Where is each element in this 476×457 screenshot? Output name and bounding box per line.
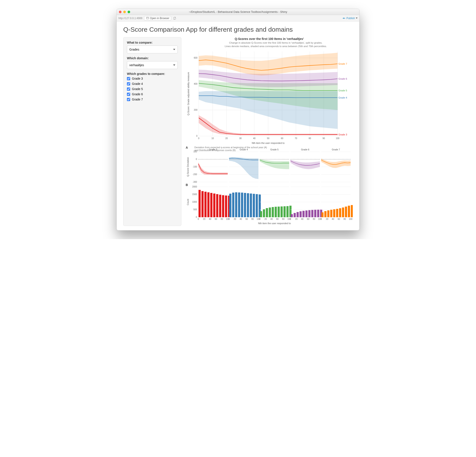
svg-rect-119 <box>278 207 280 217</box>
svg-text:20: 20 <box>295 218 298 220</box>
url-field[interactable]: http://127.0.0.1:4989 <box>119 17 142 20</box>
svg-text:Count: Count <box>187 199 189 205</box>
chevron-down-icon <box>356 17 357 19</box>
svg-rect-174 <box>330 210 332 217</box>
svg-rect-179 <box>345 207 347 217</box>
domain-label: Which domain: <box>127 56 178 60</box>
svg-text:100: 100 <box>336 137 340 139</box>
svg-text:Nth item the user responded to: Nth item the user responded to <box>258 222 291 224</box>
grade-checkbox[interactable]: Grade 5 <box>127 87 178 91</box>
svg-text:600: 600 <box>194 57 197 59</box>
svg-text:Q-Score Deviation: Q-Score Deviation <box>187 157 189 177</box>
compare-value: Grades <box>129 48 139 51</box>
publish-icon <box>342 17 346 20</box>
svg-text:20: 20 <box>234 218 236 220</box>
page-title: Q-Score Comparison App for different gra… <box>123 26 353 33</box>
svg-text:50: 50 <box>267 137 270 139</box>
svg-text:0: 0 <box>290 218 291 220</box>
checkbox-input[interactable] <box>127 77 130 80</box>
domain-select[interactable]: verhaaltjes <box>127 61 178 69</box>
toolbar: http://127.0.0.1:4989 Open in Browser Pu… <box>117 15 359 21</box>
svg-text:-100: -100 <box>193 165 197 168</box>
svg-rect-85 <box>232 193 234 217</box>
svg-text:0: 0 <box>196 216 197 218</box>
svg-text:-300: -300 <box>193 181 197 183</box>
svg-text:1000: 1000 <box>192 201 197 203</box>
grade-checkbox[interactable]: Grade 4 <box>127 82 178 86</box>
svg-text:Grade 4: Grade 4 <box>339 96 347 99</box>
svg-point-2 <box>343 17 344 19</box>
svg-rect-86 <box>235 192 237 217</box>
chart1-subtitle: Change in absolute Q-Scores over the fir… <box>199 41 353 48</box>
compare-label: What to compare: <box>127 41 178 44</box>
page-content: Q-Score Comparison App for different gra… <box>117 21 359 230</box>
svg-text:40: 40 <box>301 218 304 220</box>
svg-rect-142 <box>291 214 293 217</box>
svg-rect-122 <box>286 206 289 217</box>
chevron-down-icon <box>173 49 175 50</box>
publish-button[interactable]: Publish <box>342 17 357 20</box>
svg-rect-88 <box>241 193 243 217</box>
svg-text:80: 80 <box>251 218 254 220</box>
svg-text:Grade 3: Grade 3 <box>339 133 347 136</box>
svg-text:40: 40 <box>270 218 273 220</box>
svg-rect-143 <box>294 213 296 217</box>
svg-text:Grade 4: Grade 4 <box>239 148 248 151</box>
checkbox-input[interactable] <box>127 93 130 96</box>
svg-rect-118 <box>275 207 277 217</box>
svg-text:0: 0 <box>229 218 230 220</box>
svg-rect-173 <box>327 210 330 217</box>
svg-text:Q-Score: Grade adjusted abilit: Q-Score: Grade adjusted ability measure <box>187 72 190 115</box>
svg-rect-176 <box>336 209 338 217</box>
svg-text:400: 400 <box>194 83 197 85</box>
svg-rect-147 <box>306 210 308 217</box>
svg-rect-144 <box>297 212 299 217</box>
svg-rect-62 <box>219 195 221 217</box>
svg-text:60: 60 <box>215 218 217 220</box>
svg-text:80: 80 <box>221 218 223 220</box>
grade-checkbox[interactable]: Grade 3 <box>127 77 178 80</box>
publish-label: Publish <box>347 17 355 20</box>
svg-rect-91 <box>250 194 252 217</box>
svg-text:Deviation from expected q-scor: Deviation from expected q-scores at begi… <box>194 146 267 149</box>
grades-label: Which grades to compare: <box>127 72 178 76</box>
svg-rect-178 <box>342 207 344 217</box>
checkbox-input[interactable] <box>127 87 130 91</box>
svg-text:Grade 5: Grade 5 <box>339 89 347 92</box>
svg-text:Grade 6: Grade 6 <box>301 148 309 151</box>
svg-text:60: 60 <box>276 218 279 220</box>
svg-text:80: 80 <box>313 218 315 220</box>
svg-text:80: 80 <box>343 218 346 220</box>
svg-rect-60 <box>213 194 215 217</box>
svg-rect-145 <box>299 211 302 217</box>
svg-text:B: B <box>186 183 188 187</box>
svg-rect-59 <box>210 193 212 217</box>
svg-rect-58 <box>207 192 210 217</box>
open-browser-button[interactable]: Open in Browser <box>144 16 171 20</box>
svg-rect-56 <box>202 191 204 217</box>
svg-text:0: 0 <box>198 137 199 139</box>
refresh-icon[interactable] <box>173 17 176 20</box>
svg-rect-171 <box>321 212 323 217</box>
checkbox-input[interactable] <box>127 82 130 86</box>
svg-text:30: 30 <box>239 137 242 139</box>
svg-rect-150 <box>314 210 316 217</box>
titlebar: ~/Dropbox/Studium/L - Behavioural Data S… <box>117 9 359 15</box>
svg-text:100: 100 <box>349 218 353 220</box>
open-browser-label: Open in Browser <box>150 17 169 20</box>
grade-checkbox[interactable]: Grade 7 <box>127 98 178 101</box>
svg-rect-61 <box>216 194 218 217</box>
checkbox-input[interactable] <box>127 98 130 101</box>
svg-text:100: 100 <box>193 150 197 153</box>
svg-rect-92 <box>253 194 255 217</box>
grade-checkbox[interactable]: Grade 6 <box>127 92 178 96</box>
chart1-title: Q-Scores over the first 100 Items in 've… <box>186 37 353 41</box>
grade-checklist: Grade 3Grade 4Grade 5Grade 6Grade 7 <box>127 77 178 101</box>
svg-text:20: 20 <box>225 137 228 139</box>
svg-text:Nth item the user responded to: Nth item the user responded to <box>252 142 284 144</box>
svg-text:0: 0 <box>198 218 199 220</box>
window-title: ~/Dropbox/Studium/L - Behavioural Data S… <box>117 10 359 13</box>
svg-text:1500: 1500 <box>192 193 197 196</box>
compare-select[interactable]: Grades <box>127 46 178 53</box>
svg-text:20: 20 <box>203 218 206 220</box>
